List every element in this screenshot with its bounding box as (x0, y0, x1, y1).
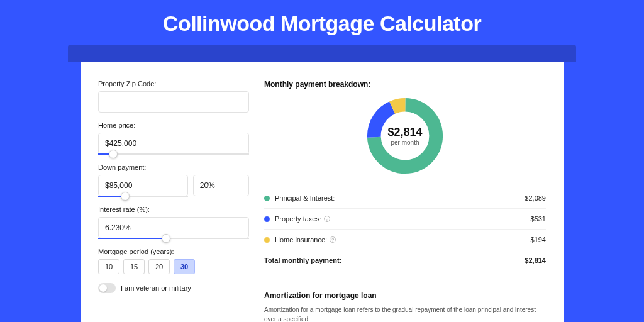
price-slider[interactable] (98, 153, 249, 155)
donut-center: $2,814 per month (387, 126, 422, 146)
veteran-label: I am veteran or military (121, 284, 191, 292)
legend-dot-taxes (264, 216, 270, 222)
breakdown-column: Monthly payment breakdown: $2,814 per mo… (264, 80, 546, 322)
inputs-column: Property Zip Code: Home price: Down paym… (98, 80, 249, 322)
rate-slider[interactable] (98, 238, 249, 239)
rate-input[interactable] (98, 217, 249, 238)
legend-row-insurance: Home insurance: ? $194 (264, 229, 546, 250)
down-slider[interactable] (98, 196, 188, 197)
breakdown-title: Monthly payment breakdown: (264, 80, 546, 89)
donut-sub: per month (387, 139, 422, 146)
period-option-10[interactable]: 10 (98, 259, 119, 274)
veteran-row: I am veteran or military (98, 283, 249, 293)
calculator-card: Property Zip Code: Home price: Down paym… (80, 62, 564, 322)
legend-row-total: Total monthly payment: $2,814 (264, 250, 546, 270)
donut-amount: $2,814 (387, 126, 422, 139)
legend-value-taxes: $531 (531, 215, 546, 223)
legend-dot-principal (264, 196, 270, 201)
info-icon[interactable]: ? (324, 216, 330, 222)
price-input[interactable] (98, 133, 249, 154)
down-field: Down payment: (98, 164, 249, 197)
period-label: Mortgage period (years): (98, 248, 249, 255)
zip-field: Property Zip Code: (98, 80, 249, 113)
zip-input[interactable] (98, 91, 249, 113)
card-shadow (68, 45, 576, 62)
legend-label-insurance-text: Home insurance: (275, 236, 327, 243)
price-slider-thumb[interactable] (109, 150, 118, 158)
price-label: Home price: (98, 121, 249, 129)
legend-value-insurance: $194 (531, 236, 546, 243)
legend-label-taxes-text: Property taxes: (275, 215, 321, 223)
down-label: Down payment: (98, 164, 249, 171)
rate-slider-thumb[interactable] (162, 234, 170, 243)
rate-label: Interest rate (%): (98, 206, 249, 213)
legend-label-total: Total monthly payment: (264, 257, 525, 264)
info-icon[interactable]: ? (330, 236, 336, 243)
donut-chart: $2,814 per month (264, 95, 546, 177)
amortization-section: Amortization for mortgage loan Amortizat… (264, 282, 546, 322)
legend-label-principal: Principal & Interest: (275, 194, 525, 202)
period-field: Mortgage period (years): 10 15 20 30 (98, 248, 249, 274)
veteran-toggle-knob (99, 284, 107, 292)
down-amount-input[interactable] (98, 175, 188, 196)
period-option-20[interactable]: 20 (148, 259, 170, 274)
legend-label-insurance: Home insurance: ? (275, 236, 531, 243)
zip-label: Property Zip Code: (98, 80, 249, 87)
page-title: Collinwood Mortgage Calculator (0, 0, 644, 45)
down-percent-input[interactable] (193, 175, 249, 196)
legend-row-principal: Principal & Interest: $2,089 (264, 188, 546, 208)
rate-field: Interest rate (%): (98, 206, 249, 239)
period-option-30[interactable]: 30 (174, 259, 195, 274)
legend-label-taxes: Property taxes: ? (275, 215, 531, 223)
amortization-text: Amortization for a mortgage loan refers … (264, 305, 546, 322)
down-slider-thumb[interactable] (121, 192, 130, 201)
legend-dot-insurance (264, 237, 270, 243)
period-options: 10 15 20 30 (98, 259, 249, 274)
legend-value-total: $2,814 (525, 257, 546, 264)
legend-value-principal: $2,089 (525, 194, 546, 202)
legend-row-taxes: Property taxes: ? $531 (264, 208, 546, 229)
rate-slider-fill (98, 238, 166, 239)
amortization-title: Amortization for mortgage loan (264, 291, 546, 300)
price-field: Home price: (98, 121, 249, 155)
veteran-toggle[interactable] (98, 283, 116, 293)
period-option-15[interactable]: 15 (123, 259, 145, 274)
